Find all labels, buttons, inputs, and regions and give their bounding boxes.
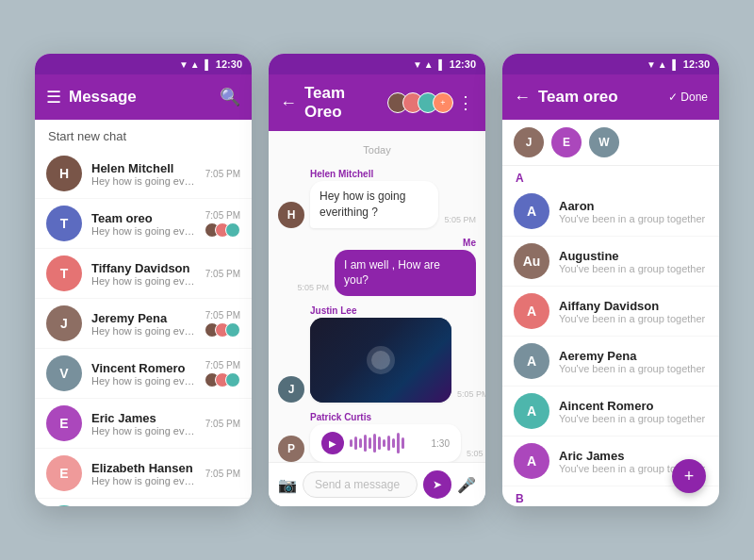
message-item-0[interactable]: HHelen MitchellHey how is going everithi… (35, 149, 252, 199)
msg-content-3: Jeremy PenaHey how is going everithing ? (91, 311, 195, 337)
back-icon-2[interactable]: ← (280, 93, 297, 113)
play-button[interactable]: ▶ (321, 432, 344, 454)
avatar-aeremy: A (514, 343, 549, 379)
avatar-wrap-aaron: A (514, 193, 549, 229)
image-bubble (310, 318, 451, 403)
message-input[interactable]: Send a message (303, 471, 418, 498)
msg-name-1: Team oreo (91, 211, 195, 225)
chat-body: Today H Helen Mitchell Hey how is going … (269, 131, 485, 462)
contact-name-aincent: Aincent Romero (559, 399, 708, 413)
wifi-icon: ▲ (190, 59, 200, 70)
chat-msg-row-helen: H Helen Mitchell Hey how is going everit… (278, 169, 476, 228)
contact-name-aiffany: Aiffany Davidson (559, 299, 708, 313)
contacts-title: Team oreo (538, 88, 661, 107)
bubble-me: I am well , How are you? (335, 250, 476, 297)
status-time-3: 12:30 (683, 58, 710, 70)
contact-info-aiffany: Aiffany Davidson You've been in a group … (559, 299, 708, 324)
avatar-patrick: P (278, 436, 304, 462)
msg-time-list-5: 7:05 PM (205, 419, 240, 429)
phone1-messages: ▼ ▲ ▐ 12:30 ☰ Message 🔍 Start new chat H… (35, 54, 252, 506)
start-new-chat-label[interactable]: Start new chat (35, 120, 252, 149)
battery-icon-2: ▐ (435, 59, 442, 70)
attach-icon[interactable]: 📷 (278, 476, 297, 494)
status-bar-1: ▼ ▲ ▐ 12:30 (35, 54, 252, 74)
chat-bubble-patrick: Patrick Curtis ▶ (310, 412, 461, 462)
more-icon-2[interactable]: ⋮ (457, 92, 474, 113)
wave-6 (373, 434, 376, 453)
msg-content-4: Vincent RomeroHey how is going everithin… (91, 361, 195, 387)
contact-name-augustine: Augustine (559, 249, 708, 263)
msg-name-helen: Helen Mitchell (310, 169, 438, 179)
msg-name-3: Jeremy Pena (91, 311, 195, 325)
status-icons-3: ▼ ▲ ▐ (647, 59, 676, 70)
message-item-1[interactable]: TTeam oreoHey how is going everithing ?7… (35, 199, 252, 249)
contact-aeremy[interactable]: A Aeremy Pena You've been in a group tog… (502, 337, 719, 387)
msg-preview-4: Hey how is going everithing ? (91, 375, 195, 387)
wave-1 (350, 439, 352, 447)
contact-augustine[interactable]: Au Augustine You've been in a group toge… (502, 237, 719, 287)
wave-3 (359, 438, 362, 448)
contact-aaron[interactable]: A Aaron You've been in a group together (502, 187, 719, 237)
contact-info-aaron: Aaron You've been in a group together (559, 199, 708, 224)
header-2: ← Team Oreo + ⋮ (269, 74, 485, 131)
contact-aiffany[interactable]: A Aiffany Davidson You've been in a grou… (502, 287, 719, 337)
msg-name-patrick: Patrick Curtis (310, 412, 461, 422)
chat-bubble-justin: Justin Lee (310, 305, 451, 403)
contact-info-aincent: Aincent Romero You've been in a group to… (559, 399, 708, 424)
avatar-msg-0: H (46, 156, 82, 191)
chat-msg-row-me: Me I am well , How are you? 5:05 PM (278, 238, 476, 297)
search-icon-1[interactable]: 🔍 (220, 87, 240, 107)
avatar-helen: H (278, 202, 304, 228)
group-avatars: + (387, 92, 453, 113)
mic-icon[interactable]: 🎤 (457, 476, 476, 494)
msg-time-me: 5:05 PM (297, 283, 329, 292)
contact-aincent[interactable]: A Aincent Romero You've been in a group … (502, 387, 719, 436)
selected-contacts-bar: J E W (502, 120, 719, 166)
battery-icon-3: ▐ (669, 59, 676, 70)
contact-info-aeremy: Aeremy Pena You've been in a group toget… (559, 349, 708, 374)
avatar-wrap-0: H (46, 156, 82, 191)
group-av-4: + (433, 92, 453, 113)
msg-name-justin: Justin Lee (310, 305, 451, 316)
msg-content-1: Team oreoHey how is going everithing ? (91, 211, 195, 237)
message-item-3[interactable]: JJeremy PenaHey how is going everithing … (35, 299, 252, 349)
phone2-chat: ▼ ▲ ▐ 12:30 ← Team Oreo + ⋮ Today (269, 54, 485, 506)
msg-time-list-6: 7:05 PM (205, 469, 240, 479)
message-item-4[interactable]: VVincent RomeroHey how is going everithi… (35, 349, 252, 399)
contact-sub-aincent: You've been in a group together (559, 413, 708, 424)
contact-sub-aaron: You've been in a group together (559, 213, 708, 224)
msg-meta-0: 7:05 PM (205, 169, 240, 179)
wave-11 (397, 433, 400, 453)
done-button[interactable]: ✓ Done (668, 91, 708, 104)
message-item-5[interactable]: EEric JamesHey how is going everithing ?… (35, 399, 252, 449)
send-button[interactable]: ➤ (423, 470, 451, 499)
avatar-stack-1 (205, 222, 240, 238)
page-title-1: Message (69, 88, 212, 107)
image-content (310, 318, 451, 403)
status-icons-2: ▼ ▲ ▐ (413, 59, 442, 70)
voice-duration: 1:30 (432, 438, 450, 449)
message-item-7[interactable]: NNicole LongHey how is going everithing … (35, 499, 252, 506)
chat-input-row: 📷 Send a message ➤ 🎤 (269, 462, 485, 506)
msg-name-0: Helen Mitchell (91, 161, 196, 175)
msg-preview-6: Hey how is going everithing ? (91, 475, 196, 486)
msg-time-list-2: 7:05 PM (205, 269, 240, 279)
message-item-2[interactable]: TTiffany DavidsonHey how is going everit… (35, 249, 252, 299)
mini-av-3-2 (225, 322, 240, 338)
message-item-6[interactable]: EElizabeth HansenHey how is going everit… (35, 449, 252, 499)
status-time-2: 12:30 (450, 58, 476, 70)
signal-icon-2: ▼ (413, 59, 422, 70)
selected-av-jeremy: J (514, 127, 544, 157)
avatar-aric: A (514, 443, 549, 479)
chat-bubble-helen: Helen Mitchell Hey how is going everithi… (310, 169, 438, 228)
fab-add[interactable]: + (672, 459, 706, 493)
avatar-stack-3 (205, 322, 240, 338)
back-icon-3[interactable]: ← (514, 88, 531, 107)
chat-title: Team Oreo (304, 84, 380, 122)
msg-name-6: Elizabeth Hansen (91, 461, 196, 475)
mini-av-1-2 (225, 222, 240, 238)
menu-icon[interactable]: ☰ (46, 87, 61, 107)
voice-bubble: ▶ (310, 424, 461, 462)
mini-av-4-2 (225, 372, 240, 387)
wifi-icon-2: ▲ (424, 59, 434, 70)
